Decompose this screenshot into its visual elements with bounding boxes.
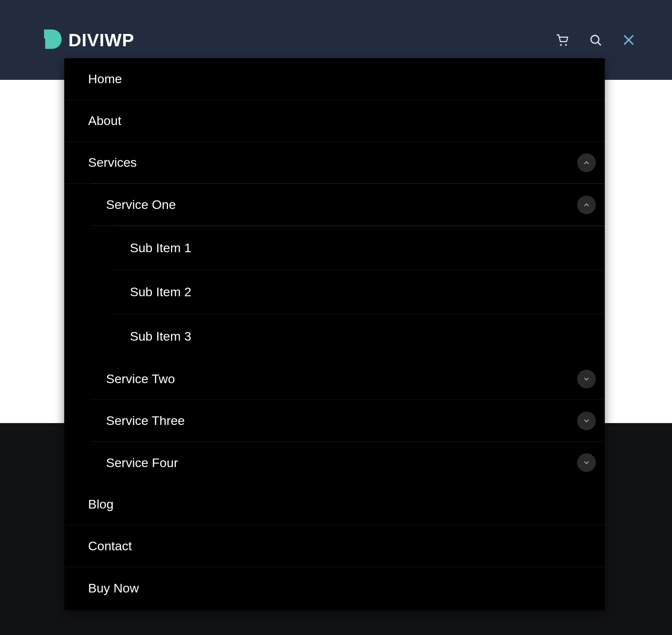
collapse-toggle[interactable] bbox=[577, 195, 596, 214]
svg-point-0 bbox=[560, 44, 562, 46]
brand-text: DIVIWP bbox=[68, 30, 134, 50]
menu-item-service-two[interactable]: Service Two bbox=[91, 358, 605, 400]
menu-item-buy-now[interactable]: Buy Now bbox=[64, 567, 605, 609]
chevron-down-icon bbox=[583, 375, 590, 383]
collapse-toggle[interactable] bbox=[577, 153, 596, 172]
menu-item-label: Sub Item 2 bbox=[130, 285, 191, 299]
close-icon[interactable] bbox=[622, 33, 636, 47]
menu-item-label: Home bbox=[88, 72, 122, 86]
mobile-menu-panel: Home About Services Service One Sub Item… bbox=[64, 58, 605, 610]
svg-point-1 bbox=[565, 44, 567, 46]
menu-item-label: Service Three bbox=[106, 413, 185, 428]
expand-toggle[interactable] bbox=[577, 453, 596, 472]
menu-item-services[interactable]: Services bbox=[64, 142, 605, 184]
menu-item-label: About bbox=[88, 113, 121, 128]
search-icon[interactable] bbox=[589, 33, 602, 47]
menu-item-label: Contact bbox=[88, 539, 132, 553]
menu-item-label: Blog bbox=[88, 497, 113, 512]
svg-line-3 bbox=[598, 42, 601, 45]
menu-item-sub-3[interactable]: Sub Item 3 bbox=[113, 314, 605, 358]
menu-item-sub-2[interactable]: Sub Item 2 bbox=[113, 270, 605, 314]
menu-item-label: Service Two bbox=[106, 372, 175, 386]
chevron-down-icon bbox=[583, 417, 590, 425]
brand-logo-icon bbox=[39, 27, 63, 53]
menu-item-contact[interactable]: Contact bbox=[64, 525, 605, 567]
chevron-up-icon bbox=[583, 201, 590, 209]
chevron-down-icon bbox=[583, 459, 590, 466]
menu-item-label: Services bbox=[88, 155, 137, 170]
chevron-up-icon bbox=[583, 159, 590, 166]
menu-item-service-three[interactable]: Service Three bbox=[91, 400, 605, 442]
menu-item-about[interactable]: About bbox=[64, 100, 605, 142]
menu-item-label: Sub Item 1 bbox=[130, 241, 191, 255]
site-brand[interactable]: DIVIWP bbox=[39, 27, 134, 53]
menu-item-label: Buy Now bbox=[88, 581, 139, 595]
menu-item-home[interactable]: Home bbox=[64, 58, 605, 100]
menu-item-sub-1[interactable]: Sub Item 1 bbox=[113, 226, 605, 270]
expand-toggle[interactable] bbox=[577, 412, 596, 430]
expand-toggle[interactable] bbox=[577, 370, 596, 388]
menu-item-service-one[interactable]: Service One bbox=[91, 184, 605, 226]
menu-item-label: Sub Item 3 bbox=[130, 329, 191, 344]
cart-icon[interactable] bbox=[556, 33, 569, 47]
menu-item-label: Service One bbox=[106, 197, 176, 212]
menu-item-service-four[interactable]: Service Four bbox=[91, 442, 605, 484]
menu-item-blog[interactable]: Blog bbox=[64, 484, 605, 525]
menu-item-label: Service Four bbox=[106, 456, 178, 470]
